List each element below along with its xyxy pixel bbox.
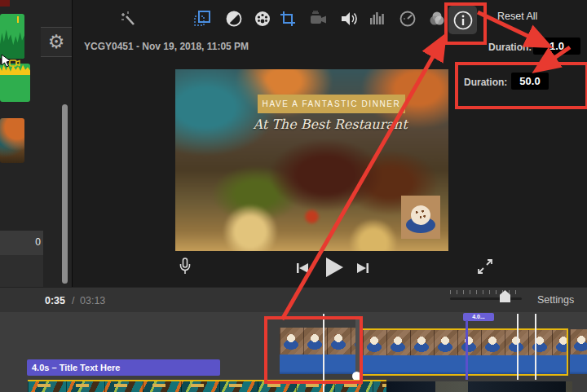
clip-filmstrip: [363, 330, 567, 355]
pip-clip-connector: [466, 320, 468, 380]
info-button-highlight: [444, 2, 487, 45]
time-separator: /: [72, 295, 74, 306]
clip-title: YCGY0451 - Nov 19, 2018, 11:05 PM: [84, 41, 249, 52]
audio-icon[interactable]: [338, 8, 360, 29]
magic-wand-icon[interactable]: [118, 8, 139, 29]
elapsed-time: 0:35: [45, 295, 65, 306]
duration-input[interactable]: 1.0: [533, 37, 580, 55]
color-palette-icon[interactable]: [252, 8, 273, 29]
contrast-icon[interactable]: [223, 8, 245, 29]
settings-button[interactable]: Settings: [537, 294, 574, 306]
play-button[interactable]: [323, 256, 346, 279]
gear-icon[interactable]: ⚙: [44, 29, 68, 54]
zoom-slider-ticks: [450, 290, 522, 294]
pip-coffee-graphic: [411, 205, 430, 225]
ruler-zero-label: 0: [0, 236, 41, 248]
clip-marker-line: [535, 314, 536, 380]
overlay-icon[interactable]: [192, 8, 213, 29]
media-thumbnail-video[interactable]: [0, 118, 24, 163]
picture-in-picture: [401, 196, 440, 239]
popup-duration-label: Duration:: [464, 77, 507, 88]
overlay-clip-selected[interactable]: [361, 328, 568, 376]
speed-icon[interactable]: [397, 8, 418, 29]
zoom-slider-track[interactable]: [450, 297, 522, 300]
overlay-clip-continued[interactable]: [570, 329, 587, 355]
waveform-peak: [17, 16, 19, 23]
popup-duration-input[interactable]: 50.0: [511, 73, 549, 90]
main-video-clip-dark[interactable]: [386, 381, 572, 392]
fullscreen-button[interactable]: [476, 258, 494, 275]
reset-all-button[interactable]: Reset All: [497, 11, 537, 22]
media-thumbnail-audio-2[interactable]: [0, 64, 30, 102]
title-banner-overlay: HAVE A FANTASTIC DINNER: [258, 95, 405, 113]
subtitle-overlay: At The Best Restaurant: [241, 117, 420, 132]
sidebar-scrollbar[interactable]: [62, 104, 68, 284]
timeline-clip-highlight: [264, 316, 363, 384]
camera-icon[interactable]: [308, 8, 329, 29]
duration-label: Duration:: [488, 42, 532, 53]
overlay-clip-continued-audio[interactable]: [570, 355, 587, 374]
video-preview: HAVE A FANTASTIC DINNER At The Best Rest…: [175, 69, 448, 251]
equalizer-icon[interactable]: [367, 8, 388, 29]
camera-badge-icon: [9, 59, 20, 68]
clip-marker-line: [517, 314, 519, 380]
voiceover-mic-button[interactable]: [176, 256, 194, 277]
ruler-panel-lower: [0, 255, 43, 287]
media-thumbnail-audio-1[interactable]: [0, 14, 24, 59]
crop-icon[interactable]: [277, 8, 298, 29]
title-clip-bar[interactable]: 4.0s – Title Text Here: [27, 359, 220, 376]
window-corner-fragment: [0, 0, 10, 7]
next-frame-button[interactable]: [355, 261, 370, 275]
clip-audio-bar: [363, 355, 567, 374]
total-time: 03:13: [80, 295, 105, 306]
previous-frame-button[interactable]: [295, 261, 310, 275]
